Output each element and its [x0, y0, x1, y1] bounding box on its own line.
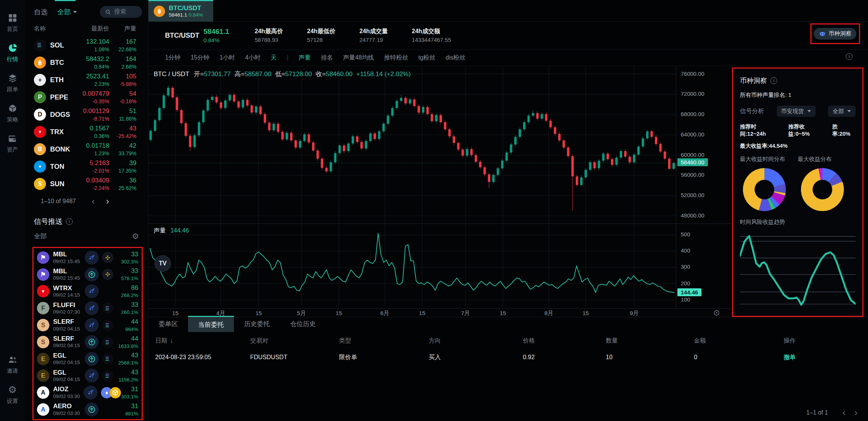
info-icon[interactable]: i: [66, 218, 73, 225]
signal-row-AERO[interactable]: AAERO09/02 03:3031881%: [37, 402, 138, 417]
timeframe-4小时[interactable]: 4小时: [245, 54, 261, 62]
timeframe-天[interactable]: 天: [271, 54, 277, 62]
sort-desc-icon[interactable]: ↓: [170, 337, 173, 344]
chain-icons: [102, 303, 113, 314]
metric-tab-dis粉丝[interactable]: dis粉丝: [446, 54, 465, 62]
chevron-down-icon: [807, 110, 811, 112]
watchlist-row-ETH[interactable]: ♦ETH2523.412.23%105-5.88%: [25, 71, 148, 89]
orders-col-操作: 操作: [784, 337, 868, 345]
watchlist-row-DOGS[interactable]: DDOGS0.001129-8.71%5111.86%: [25, 106, 148, 123]
signal-score: 31303.1%: [121, 385, 138, 400]
insight-metric: 胜率:20%: [832, 123, 856, 138]
timeframe-1分钟[interactable]: 1分钟: [165, 54, 180, 62]
volume-chart[interactable]: [148, 224, 676, 306]
metric-tab-推特粉丝[interactable]: 推特粉丝: [384, 54, 408, 62]
sidebar-item-设置[interactable]: ⚙设置: [7, 385, 18, 405]
sidebar-item-label: 设置: [7, 398, 18, 405]
last-price-badge: 58460.00: [677, 158, 708, 166]
watchlist-row-BONK[interactable]: BBONK0.017181.23%4233.79%: [25, 141, 148, 158]
volume-cell: 43-25.42%: [109, 124, 136, 139]
dogs-icon: D: [34, 109, 46, 121]
price-tick: 68000.00: [681, 111, 704, 117]
metric-tab-声量48均线[interactable]: 声量48均线: [343, 54, 374, 62]
orders-tab-历史委托[interactable]: 历史委托: [234, 316, 280, 332]
chain-icons: [102, 252, 113, 263]
signal-row-EGL[interactable]: EEGL09/02 04:15431156.2%: [37, 368, 138, 383]
donut-chart-profit-time[interactable]: [743, 168, 786, 211]
price-cell: 5.2163-2.01%: [78, 159, 109, 174]
up-arrow-icon: [85, 403, 99, 416]
wtrx-icon: ▼: [37, 285, 49, 297]
insight-metrics: 推荐时间:12~24h推荐收益:0~5%胜率:20%: [740, 123, 856, 138]
exchange-dropdown[interactable]: 币安现货: [777, 106, 816, 117]
volume-cell: 5111.86%: [109, 107, 136, 122]
insight-info-icon[interactable]: i: [770, 77, 777, 84]
chain-icons: [102, 370, 113, 381]
metric-tab-排名[interactable]: 排名: [321, 54, 333, 62]
sidebar-item-行情[interactable]: 行情: [7, 43, 18, 63]
sidebar-item-邀请[interactable]: 邀请: [7, 355, 18, 375]
time-tick: 15: [167, 310, 183, 316]
prev-page-button[interactable]: ‹: [92, 197, 95, 206]
watchlist-row-TRX[interactable]: ▼TRX0.15670.36%43-25.42%: [25, 123, 148, 141]
signal-row-MBL[interactable]: ⚑MBL09/02 15:4533578.1%: [37, 267, 138, 282]
signal-filter-all[interactable]: 全部: [34, 232, 47, 240]
orders-tab-委单区[interactable]: 委单区: [148, 316, 188, 332]
volume-tick: 500: [681, 231, 690, 237]
coin-symbol: TON: [50, 163, 64, 171]
gear-icon[interactable]: ⚙: [132, 232, 139, 240]
coin-insight-button[interactable]: 币种洞察: [814, 28, 856, 40]
search-input[interactable]: 搜索: [100, 6, 142, 18]
timeframe-1小时[interactable]: 1小时: [220, 54, 235, 62]
tab-favorites[interactable]: 自选: [34, 8, 47, 17]
sidebar-item-资产[interactable]: 资产: [7, 133, 18, 153]
symbol-tab-btcusdt[interactable]: ฿ BTC/USDT 58461.1 0.84%: [148, 0, 213, 21]
signal-row-FLUFFI[interactable]: FFLUFFI09/02 07:3033260.1%: [37, 301, 138, 316]
robot-icon: [819, 30, 826, 38]
rocket-icon: [85, 369, 99, 383]
next-page-button[interactable]: ›: [106, 197, 109, 206]
sidebar-item-策略[interactable]: 策略: [7, 103, 18, 123]
watchlist-row-SUN[interactable]: SSUN0.03409-2.24%3625.62%: [25, 175, 148, 193]
signal-name-block: SLERF09/02 04:15: [53, 318, 85, 332]
order-cell: 买入: [429, 354, 523, 361]
signal-row-SLERF[interactable]: SSLERF09/02 04:1544864%: [37, 318, 138, 333]
insight-title: 币种洞察: [740, 76, 767, 85]
timeframe-15分钟[interactable]: 15分钟: [191, 54, 209, 62]
orders-next-button[interactable]: ›: [854, 408, 857, 417]
sidebar-item-首页[interactable]: 首页: [7, 13, 18, 33]
signal-row-MBL[interactable]: ⚑MBL09/02 15:4533302.3%: [37, 250, 138, 265]
time-tick: 15: [330, 310, 347, 316]
metric-tab-声量[interactable]: 声量: [299, 54, 311, 62]
binance-icon: [102, 252, 113, 263]
signal-name-block: SLERF09/02 04:15: [53, 335, 85, 349]
sidebar-item-跟单[interactable]: 跟单: [7, 73, 18, 93]
orders-tab-仓位历史[interactable]: 仓位历史: [280, 316, 326, 332]
tradingview-logo[interactable]: TV: [154, 255, 171, 272]
order-cell: 0.92: [523, 354, 606, 361]
watchlist-row-BTC[interactable]: ฿BTC58432.20.84%1642.68%: [25, 54, 148, 71]
watchlist-row-SOL[interactable]: SOL132.1041.08%16722.68%: [25, 37, 148, 54]
chart-info-icon[interactable]: i: [846, 53, 853, 60]
candlestick-chart[interactable]: [148, 66, 676, 224]
signal-row-EGL[interactable]: EEGL09/02 04:15432568.1%: [37, 351, 138, 366]
signal-score: 33302.3%: [121, 250, 138, 265]
signal-row-SLERF[interactable]: SSLERF09/02 04:15441633.8%: [37, 335, 138, 350]
signal-row-WTRX[interactable]: ▼WTRX09/02 14:1586268.2%: [37, 284, 138, 299]
volume-tick: 100: [681, 296, 690, 303]
tab-all[interactable]: 全部: [57, 8, 77, 17]
scope-dropdown[interactable]: 全部: [828, 106, 856, 117]
cancel-order-button[interactable]: 撤单: [784, 354, 868, 361]
trend-chart[interactable]: [740, 229, 856, 319]
donut-chart-profit[interactable]: [801, 168, 844, 211]
objects-tree-icon[interactable]: [713, 309, 720, 317]
watchlist-row-TON[interactable]: ▼TON5.2163-2.01%3917.35%: [25, 158, 148, 175]
watchlist-row-PEPE[interactable]: PPEPE0.007479-0.35%54-0.18%: [25, 89, 148, 106]
signal-name-block: AIOZ09/02 03:30: [53, 386, 84, 400]
orders-tab-当前委托[interactable]: 当前委托: [188, 316, 234, 332]
metric-tab-tg粉丝[interactable]: tg粉丝: [418, 54, 435, 62]
orders-prev-button[interactable]: ‹: [842, 408, 845, 417]
mbl-icon: ⚑: [37, 268, 49, 281]
signal-row-AIOZ[interactable]: AAIOZ09/02 03:30♦31303.1%: [37, 385, 138, 400]
solana-icon: [102, 353, 113, 364]
